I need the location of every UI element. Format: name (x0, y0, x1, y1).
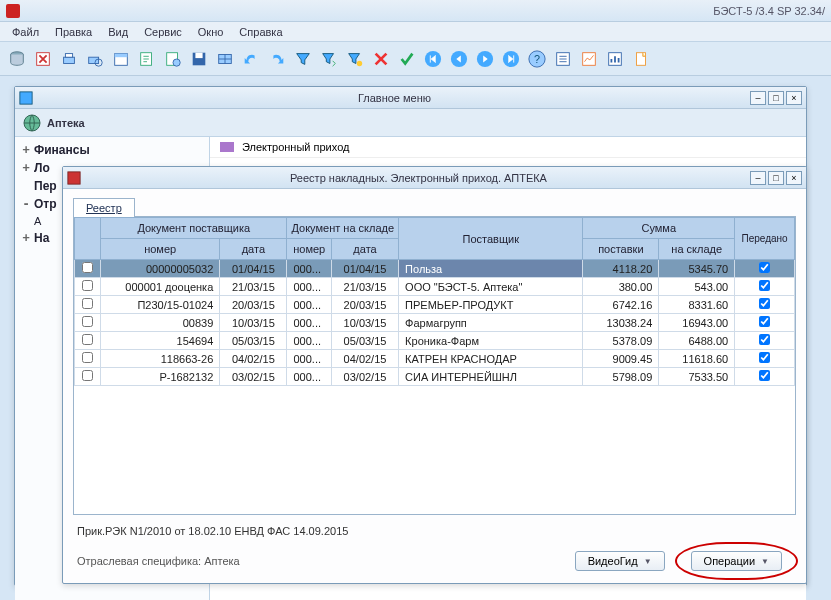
col-group-stock-doc[interactable]: Документ на складе (287, 218, 399, 239)
minimize-button[interactable]: – (750, 171, 766, 185)
save-icon[interactable] (188, 48, 210, 70)
menu-window[interactable]: Окно (190, 24, 232, 40)
video-guide-button[interactable]: ВидеоГид▼ (575, 551, 665, 571)
next-icon[interactable] (474, 48, 496, 70)
row-checkbox[interactable] (82, 334, 93, 345)
transferred-checkbox[interactable] (759, 280, 770, 291)
first-icon[interactable] (422, 48, 444, 70)
last-icon[interactable] (500, 48, 522, 70)
col-sum-supply[interactable]: поставки (583, 239, 659, 260)
cell-sum-supply: 4118.20 (583, 260, 659, 278)
close-button[interactable]: × (786, 91, 802, 105)
funnel-icon[interactable] (292, 48, 314, 70)
table-row[interactable]: Р-168213203/02/15000...03/02/15СИА ИНТЕР… (75, 368, 795, 386)
tree-item-label: Пер (34, 179, 57, 193)
col-number[interactable]: номер (101, 239, 220, 260)
row-checkbox[interactable] (82, 316, 93, 327)
col-group-supplier-doc[interactable]: Документ поставщика (101, 218, 287, 239)
undo-icon[interactable] (240, 48, 262, 70)
redo-icon[interactable] (266, 48, 288, 70)
calendar-icon[interactable] (110, 48, 132, 70)
cell-date: 10/03/15 (220, 314, 287, 332)
col-select[interactable] (75, 218, 101, 260)
table-row[interactable]: 000001 дооценка21/03/15000...21/03/15ООО… (75, 278, 795, 296)
row-checkbox[interactable] (82, 262, 93, 273)
check-icon[interactable] (396, 48, 418, 70)
table-row[interactable]: 118663-2604/02/15000...04/02/15КАТРЕН КР… (75, 350, 795, 368)
prev-icon[interactable] (448, 48, 470, 70)
col-date[interactable]: дата (220, 239, 287, 260)
cell-number2: 000... (287, 296, 331, 314)
main-window-titlebar[interactable]: Главное меню – □ × (15, 87, 806, 109)
minimize-button[interactable]: – (750, 91, 766, 105)
funnel-settings-icon[interactable] (344, 48, 366, 70)
content-item[interactable]: Электронный приход (210, 137, 806, 158)
sheet-edit-icon[interactable] (136, 48, 158, 70)
row-checkbox[interactable] (82, 370, 93, 381)
col-date2[interactable]: дата (331, 239, 398, 260)
menu-view[interactable]: Вид (100, 24, 136, 40)
print-icon[interactable] (58, 48, 80, 70)
table-row[interactable]: 15469405/03/15000...05/03/15Кроника-Фарм… (75, 332, 795, 350)
cell-supplier: Фармагрупп (399, 314, 583, 332)
tab-registry[interactable]: Реестр (73, 198, 135, 217)
cell-sum-supply: 13038.24 (583, 314, 659, 332)
workspace: Главное меню – □ × Аптека +Финансы+Ло Пе… (0, 76, 831, 600)
toolbar: ? (0, 42, 831, 76)
sheet-link-icon[interactable] (162, 48, 184, 70)
col-transferred[interactable]: Передано (735, 218, 795, 260)
row-checkbox[interactable] (82, 298, 93, 309)
transferred-checkbox[interactable] (759, 316, 770, 327)
col-supplier[interactable]: Поставщик (399, 218, 583, 260)
expand-icon[interactable]: + (21, 161, 31, 175)
row-checkbox[interactable] (82, 352, 93, 363)
transferred-checkbox[interactable] (759, 262, 770, 273)
menubar: Файл Правка Вид Сервис Окно Справка (0, 22, 831, 42)
cell-sum-supply: 5798.09 (583, 368, 659, 386)
grid-icon[interactable] (214, 48, 236, 70)
operations-button[interactable]: Операции▼ (691, 551, 782, 571)
db-icon[interactable] (6, 48, 28, 70)
table-row[interactable]: П230/15-0102420/03/15000...20/03/15ПРЕМЬ… (75, 296, 795, 314)
cell-date: 21/03/15 (220, 278, 287, 296)
tree-item[interactable]: +Финансы (15, 141, 209, 159)
delete-icon[interactable] (370, 48, 392, 70)
registry-grid[interactable]: Документ поставщика Документ на складе П… (73, 216, 796, 515)
transferred-checkbox[interactable] (759, 370, 770, 381)
menu-service[interactable]: Сервис (136, 24, 190, 40)
refresh-icon[interactable] (32, 48, 54, 70)
chart-icon[interactable] (578, 48, 600, 70)
help-icon[interactable]: ? (526, 48, 548, 70)
maximize-button[interactable]: □ (768, 91, 784, 105)
registry-window-title: Реестр накладных. Электронный приход. АП… (87, 172, 750, 184)
window-icon (67, 171, 81, 185)
cell-sum-stock: 11618.60 (659, 350, 735, 368)
expand-icon[interactable]: - (21, 197, 31, 211)
print-search-icon[interactable] (84, 48, 106, 70)
menu-help[interactable]: Справка (231, 24, 290, 40)
transferred-checkbox[interactable] (759, 352, 770, 363)
page-icon[interactable] (630, 48, 652, 70)
col-sum-stock[interactable]: на складе (659, 239, 735, 260)
cell-date2: 04/02/15 (331, 350, 398, 368)
list-icon[interactable] (552, 48, 574, 70)
transferred-checkbox[interactable] (759, 298, 770, 309)
maximize-button[interactable]: □ (768, 171, 784, 185)
table-row[interactable]: 0083910/03/15000...10/03/15Фармагрупп130… (75, 314, 795, 332)
expand-icon[interactable]: + (21, 231, 31, 245)
table-row[interactable]: 0000000503201/04/15000...01/04/15Польза4… (75, 260, 795, 278)
col-group-sum[interactable]: Сумма (583, 218, 735, 239)
registry-titlebar[interactable]: Реестр накладных. Электронный приход. АП… (63, 167, 806, 189)
menu-file[interactable]: Файл (4, 24, 47, 40)
cell-sum-stock: 5345.70 (659, 260, 735, 278)
cell-date2: 10/03/15 (331, 314, 398, 332)
close-button[interactable]: × (786, 171, 802, 185)
menu-edit[interactable]: Правка (47, 24, 100, 40)
transferred-checkbox[interactable] (759, 334, 770, 345)
funnel-nav-icon[interactable] (318, 48, 340, 70)
row-checkbox[interactable] (82, 280, 93, 291)
expand-icon[interactable]: + (21, 143, 31, 157)
col-number2[interactable]: номер (287, 239, 331, 260)
cell-number: 154694 (101, 332, 220, 350)
chart2-icon[interactable] (604, 48, 626, 70)
